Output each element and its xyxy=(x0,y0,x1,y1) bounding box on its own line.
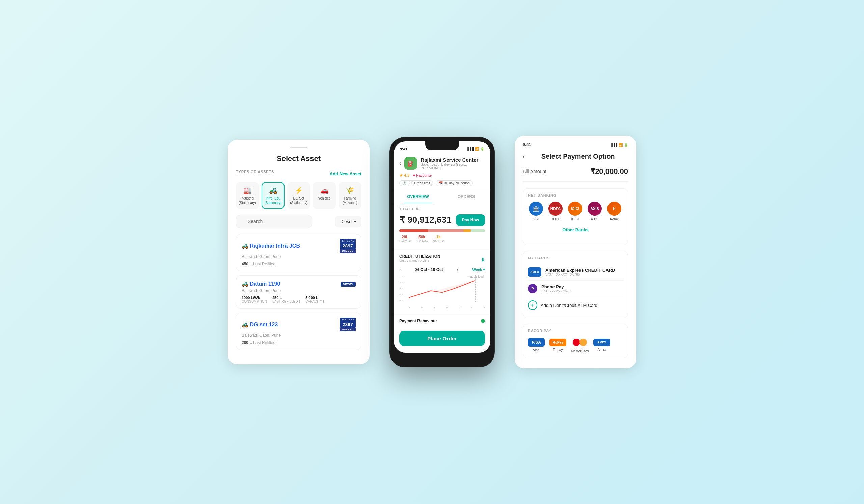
tab-overview[interactable]: OVERVIEW xyxy=(394,191,442,203)
mc-orange-circle xyxy=(579,339,587,346)
asset-stats-datum: 1000 L/Wk CONSUMPTION 450 L LAST REFILLE… xyxy=(242,296,356,303)
asset-type-vehicles[interactable]: 🚗 Vehicles xyxy=(313,182,336,209)
drag-handle xyxy=(290,146,307,148)
add-card-label: Add a Debit/Credit/ATM Card xyxy=(541,303,597,308)
payment-header: ‹ Select Payment Option xyxy=(523,153,628,160)
service-address: Sopan-Baug, Balewadi Gaon... xyxy=(421,163,478,166)
bank-hdfc[interactable]: HDFC HDFC xyxy=(548,202,564,221)
bank-axis[interactable]: AXIS AXIS xyxy=(587,202,603,221)
bill-amount-value: ₹20,000.00 xyxy=(590,167,628,176)
amex-card-info: American Express CREDIT CARD 3737 - XXXX… xyxy=(545,268,615,276)
status-icons: ▐▐▐ 📶 🔋 xyxy=(466,147,484,151)
mastercard-logo xyxy=(572,337,588,348)
phone-notch xyxy=(425,142,459,150)
asset-card-datum[interactable]: 🚜 Datum 1190 DIESEL Balewadi Gaon, Pune … xyxy=(236,275,361,309)
hdfc-name: HDFC xyxy=(551,217,560,221)
razor-visa[interactable]: VISA Visa xyxy=(528,338,545,352)
asset-refill-dg123: 200 L Last Refilled ℹ xyxy=(242,340,356,345)
bill-period-label: 30 day bill period xyxy=(444,181,470,185)
razor-amex[interactable]: AMEX Amex xyxy=(593,339,610,351)
asset-card-dg123[interactable]: 🚜 DG set 123 MH 12 XB 2897 DIESEL Balewa… xyxy=(236,313,361,350)
asset-name-jcb: 🚜 Rajkumar Infra JCB xyxy=(242,243,300,249)
asset-type-farming[interactable]: 🌾 Farming (Movable) xyxy=(338,182,361,209)
tab-orders[interactable]: ORDERS xyxy=(442,191,490,203)
place-order-button[interactable]: Place Order xyxy=(399,331,485,346)
bill-amount-row: Bill Amount ₹20,000.00 xyxy=(523,167,628,182)
card-phonepe[interactable]: P Phone Pay 3737 - xxxxx - x6780 xyxy=(528,280,623,297)
bank-sbi[interactable]: 🏦 SBI xyxy=(528,202,544,221)
payment-status-bar: 9:41 ▐▐▐ 📶 🔋 xyxy=(523,142,628,147)
other-banks-button[interactable]: Other Banks xyxy=(528,225,623,235)
right-panel-payment: 9:41 ▐▐▐ 📶 🔋 ‹ Select Payment Option Bil… xyxy=(515,136,636,368)
bank-icici[interactable]: ICICI ICICI xyxy=(567,202,583,221)
fuel-filter-label: Diesel xyxy=(340,219,352,224)
overdue-label: 20L Overdue xyxy=(399,235,411,243)
next-date-button[interactable]: › xyxy=(457,267,459,273)
search-wrap: 🔍 xyxy=(236,215,332,228)
industrial-icon: 🏭 xyxy=(243,186,252,195)
not-due-amount: 1k xyxy=(436,235,441,239)
asset-refill-jcb: 450 L Last Refilled ℹ xyxy=(242,262,356,266)
left-panel-select-asset: Select Asset TYPES OF ASSETS Add New Ass… xyxy=(228,140,370,364)
net-banking-label: NET BANKING xyxy=(528,193,623,197)
razor-pay-label: RAZOR PAY xyxy=(528,329,623,333)
razor-rupay[interactable]: RuPay Rupay xyxy=(550,339,566,352)
week-selector[interactable]: Week ▾ xyxy=(472,267,485,272)
credit-limit-label: 30L Credit limit xyxy=(408,181,430,185)
rupay-label: Rupay xyxy=(553,348,563,352)
asset-type-infra[interactable]: 🚜 Infra. Equ (Stationary) xyxy=(262,182,285,209)
rating-badge: ★ 4.3 xyxy=(399,173,410,178)
asset-type-industrial[interactable]: 🏭 Industrial (Stationary) xyxy=(236,182,259,209)
total-due-section: TOTAL DUE ₹ 90,912,631 Pay Now 20L Overd… xyxy=(394,203,490,250)
phone-outer: 9:41 ▐▐▐ 📶 🔋 ‹ ⛽ Rajlaxmi Service Center xyxy=(390,137,494,367)
bank-kotak[interactable]: K Kotak xyxy=(606,202,622,221)
info-badges: 🕐 30L Credit limit 📅 30 day bill period xyxy=(399,180,485,186)
asset-location-jcb: Balewadi Gaon, Pune xyxy=(242,254,356,259)
add-card-button[interactable]: + Add a Debit/Credit/ATM Card xyxy=(528,297,623,313)
star-icon: ★ xyxy=(399,173,403,178)
status-time: 9:41 xyxy=(400,147,407,151)
dg-icon: ⚡ xyxy=(295,186,303,195)
farming-label: Farming (Movable) xyxy=(341,196,359,205)
card-amex[interactable]: AMEX American Express CREDIT CARD 3737 -… xyxy=(528,264,623,280)
pay-now-button[interactable]: Pay Now xyxy=(456,214,485,226)
mastercard-label: MasterCard xyxy=(571,349,589,353)
utilized-label: 45L Utilised xyxy=(468,275,484,278)
download-icon[interactable]: ⬇ xyxy=(481,256,485,263)
razor-mastercard[interactable]: MasterCard xyxy=(571,337,589,353)
axis-logo: AXIS xyxy=(588,202,602,216)
credit-section: CREDIT UTILIZATION Last 6 month orders ⬇… xyxy=(394,250,490,315)
prev-date-button[interactable]: ‹ xyxy=(399,267,401,273)
bill-period-chip: 📅 30 day bill period xyxy=(436,180,473,186)
vehicles-icon: 🚗 xyxy=(320,186,329,195)
add-new-asset-button[interactable]: Add New Asset xyxy=(330,171,361,176)
favourite-label: Favourite xyxy=(416,173,432,177)
razor-pay-grid: VISA Visa RuPay Rupay MasterCard AMEX Am… xyxy=(528,337,623,353)
chart-x-labels: S M T W T F S xyxy=(409,306,485,309)
back-button[interactable]: ‹ xyxy=(399,160,401,166)
asset-type-buttons: 🏭 Industrial (Stationary) 🚜 Infra. Equ (… xyxy=(236,182,361,209)
kotak-name: Kotak xyxy=(610,217,619,221)
service-info: Rajlaxmi Service Center Sopan-Baug, Bale… xyxy=(421,157,478,170)
payment-status-time: 9:41 xyxy=(523,142,531,147)
search-input[interactable] xyxy=(236,215,312,228)
asset-name-dg123: 🚜 DG set 123 xyxy=(242,321,278,328)
fuel-filter-button[interactable]: Diesel ▾ xyxy=(335,216,361,227)
date-nav: ‹ 04 Oct - 10 Oct › Week ▾ xyxy=(399,267,485,273)
phone-bottom-cta: Place Order xyxy=(394,327,490,353)
signal-icon-r: ▐▐▐ xyxy=(610,143,617,147)
total-amount: ₹ 90,912,631 xyxy=(399,215,451,225)
wifi-icon: 📶 xyxy=(475,147,479,151)
favourite-badge[interactable]: ♥ Favourite xyxy=(413,173,432,177)
credit-limit-chip: 🕐 30L Credit limit xyxy=(399,180,433,186)
payment-back-button[interactable]: ‹ xyxy=(523,154,525,160)
asset-card-jcb[interactable]: 🚜 Rajkumar Infra JCB MH 12 XB 2897 DIESE… xyxy=(236,234,361,272)
hdfc-logo: HDFC xyxy=(549,202,563,216)
asset-type-dg[interactable]: ⚡ DG Set (Stationary) xyxy=(287,182,310,209)
amex-card-name: American Express CREDIT CARD xyxy=(545,268,615,273)
industrial-label: Industrial (Stationary) xyxy=(239,196,256,205)
payment-title: Select Payment Option xyxy=(528,153,628,160)
infra-label: Infra. Equ (Stationary) xyxy=(264,196,282,205)
amex-card-logo: AMEX xyxy=(528,267,541,277)
kotak-logo: K xyxy=(607,202,621,216)
